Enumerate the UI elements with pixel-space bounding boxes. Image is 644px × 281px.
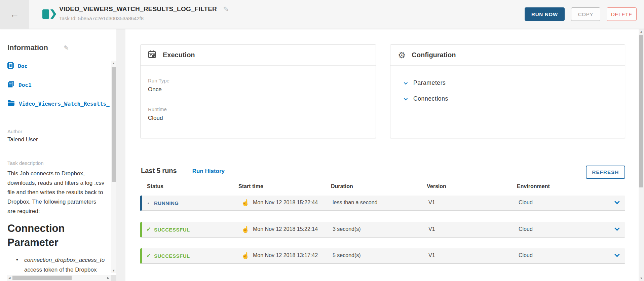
scroll-down-icon[interactable]: ▼ [111,268,116,273]
scroll-down-icon[interactable]: ▼ [639,276,644,281]
bullet-marker: • [16,257,18,263]
parameters-label: Parameters [413,79,446,86]
run-row[interactable]: RUNNING ☝ Mon Nov 12 2018 15:22:44 less … [140,196,625,211]
connections-label: Connections [413,95,448,102]
status-badge: SUCCESSFUL [154,227,190,233]
parameter-name: connection_dropbox_access_to [24,257,105,263]
manual-trigger-icon: ☝ [241,199,250,207]
folder-icon [7,100,15,107]
sidebar-horizontal-scrollbar-thumb[interactable] [12,276,72,280]
author-label: Author [7,129,22,134]
task-id: Task Id: 5be5a7c2e1d300353a8642f8 [59,15,229,21]
execution-card: Execution Run Type Once Runtime Cloud [140,44,376,138]
sidebar-horizontal-scrollbar[interactable]: ◀ ▶ [7,275,111,281]
scroll-up-icon[interactable]: ▲ [111,61,116,66]
header-actions: RUN NOW COPY DELETE [525,7,637,21]
page-vertical-scrollbar-thumb[interactable] [639,35,643,187]
column-header-duration: Duration [331,183,353,189]
sidebar-item-label: Doc1 [18,82,32,88]
duration-cell: 5 second(s) [333,252,361,258]
environment-cell: Cloud [519,226,533,232]
gear-icon: ⚙ [398,51,406,60]
calendar-clock-icon [148,50,157,60]
parameter-bullet-item: • connection_dropbox_access_to access to… [16,255,111,275]
runtime-label: Runtime [148,106,376,112]
manual-trigger-icon: ☝ [241,225,250,233]
version-cell: V1 [428,200,435,206]
expand-row-chevron-icon[interactable] [614,252,620,257]
parameters-expander[interactable]: Parameters [404,75,625,91]
runs-table: Status Start time Duration Version Envir… [140,183,625,268]
configuration-card-header: ⚙ Configuration [390,45,625,66]
connections-expander[interactable]: Connections [404,91,625,107]
version-cell: V1 [428,226,435,232]
environment-cell: Cloud [519,252,533,258]
back-arrow-icon: ← [10,9,19,20]
delete-button[interactable]: DELETE [607,7,637,21]
sidebar-item-doc[interactable]: Doc [7,62,111,70]
sidebar-item-video-viewers-folder[interactable]: Video_Viewers_Watch_Results_ [7,100,111,108]
connection-parameter-heading: Connection Parameter [7,221,97,250]
sidebar-vertical-scrollbar-thumb[interactable] [112,67,116,182]
sidebar-item-doc1[interactable]: Doc1 [7,81,111,89]
copy-button[interactable]: COPY [571,7,600,21]
manual-trigger-icon: ☝ [241,252,250,259]
scroll-right-icon[interactable]: ▶ [106,275,111,281]
scrollbar-corner [111,275,116,281]
task-logo-icon [42,9,56,21]
author-value: Talend User [7,136,38,143]
sidebar-gutter [116,29,125,281]
task-description-label: Task description [7,160,44,166]
edit-information-icon[interactable]: ✎ [64,44,69,52]
sidebar-divider [7,121,26,121]
parameter-description: access token of the Dropbox [24,267,97,273]
start-time-cell: Mon Nov 12 2018 13:17:42 [253,252,318,258]
edit-title-icon[interactable]: ✎ [223,5,229,13]
running-spinner-icon [148,203,149,204]
last-5-runs-title: Last 5 runs [141,167,177,175]
run-history-link[interactable]: Run History [192,168,225,175]
information-heading: Information ✎ [7,43,69,52]
run-type-label: Run Type [148,78,376,83]
run-row[interactable]: ✓ SUCCESSFUL ☝ Mon Nov 12 2018 13:17:42 … [140,248,625,264]
chevron-down-icon [404,80,408,84]
sidebar-item-label: Video_Viewers_Watch_Results_ [19,101,110,107]
header: ← VIDEO_VIEWERS_WATCH_RESULTS_LOG_FILTER… [0,0,644,29]
execution-card-title: Execution [163,51,195,59]
column-header-environment: Environment [517,183,550,189]
information-sidebar: Information ✎ Doc Doc1 [0,29,125,281]
status-badge: SUCCESSFUL [154,253,190,259]
expand-row-chevron-icon[interactable] [614,199,620,204]
run-now-button[interactable]: RUN NOW [525,7,565,21]
column-header-version: Version [427,183,446,189]
start-time-cell: Mon Nov 12 2018 15:22:14 [253,226,318,232]
execution-card-header: Execution [141,45,376,66]
sidebar-item-label: Doc [18,63,28,69]
configuration-card-title: Configuration [412,51,456,59]
page-vertical-scrollbar[interactable]: ▲ ▼ [639,29,644,281]
title-block: VIDEO_VIEWERS_WATCH_RESULTS_LOG_FILTER ✎… [59,5,229,21]
run-row[interactable]: ✓ SUCCESSFUL ☝ Mon Nov 12 2018 15:22:14 … [140,222,625,238]
scroll-left-icon[interactable]: ◀ [7,275,12,281]
environment-cell: Cloud [519,200,533,206]
documents-stack-icon [7,81,14,89]
task-description-text: This Job connects to Dropbox, downloads,… [7,169,105,216]
expand-row-chevron-icon[interactable] [614,225,620,231]
column-header-status: Status [147,183,163,189]
duration-cell: less than a second [333,200,377,206]
success-check-icon: ✓ [146,226,151,233]
status-badge: RUNNING [154,200,179,206]
back-button[interactable]: ← [0,0,29,29]
page-title: VIDEO_VIEWERS_WATCH_RESULTS_LOG_FILTER [59,5,217,13]
scroll-up-icon[interactable]: ▲ [639,29,644,34]
start-time-cell: Mon Nov 12 2018 15:22:44 [253,200,318,206]
document-icon [7,62,14,70]
column-header-start-time: Start time [238,183,263,189]
runs-section-header: Last 5 runs Run History [141,167,225,175]
sidebar-vertical-scrollbar[interactable]: ▲ ▼ [111,61,116,273]
refresh-button[interactable]: REFRESH [586,166,625,179]
version-cell: V1 [428,252,435,258]
configuration-card: ⚙ Configuration Parameters Connections [390,44,625,138]
duration-cell: 3 second(s) [333,226,361,232]
information-heading-label: Information [7,43,48,52]
